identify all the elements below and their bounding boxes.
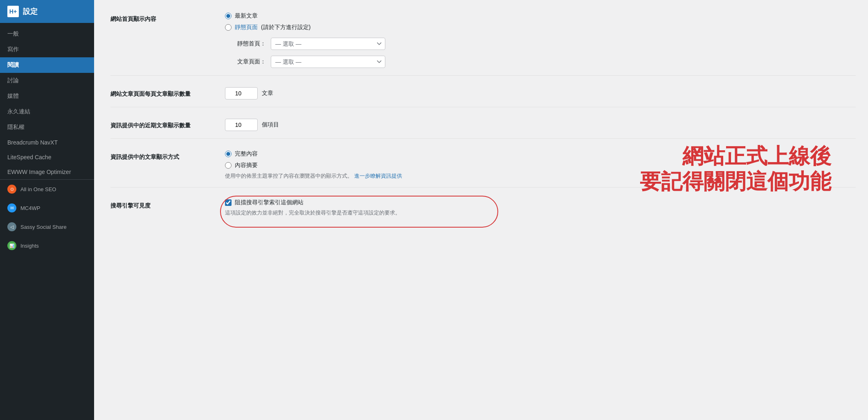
sidebar-item-privacy[interactable]: 隱私權 (0, 120, 94, 135)
static-page-selects: 靜態首頁： — 選取 — 文章頁面： — 選取 — (225, 38, 856, 68)
plugin-section: ⊙ All in One SEO ✉ MC4WP ◁ Sassy Social … (0, 179, 94, 255)
sidebar-nav: 一般 寫作 閱讀 討論 媒體 永久連結 隱私權 Breadcrumb NavXT… (0, 23, 94, 420)
sidebar-title: 設定 (23, 7, 38, 16)
search-visibility-row: 搜尋引擎可見度 阻擋搜尋引擎索引這個網站 這項設定的效力並非絕對，完全取決於搜尋… (110, 199, 856, 224)
sidebar-item-label: 媒體 (7, 93, 19, 100)
search-visibility-label: 搜尋引擎可見度 (110, 199, 225, 210)
sidebar-item-ewww[interactable]: EWWW Image Optimizer (0, 165, 94, 179)
homepage-display-label: 網站首頁顯示內容 (110, 12, 225, 23)
sidebar-item-label: 寫作 (7, 46, 19, 53)
static-page-note: (請於下方進行設定) (261, 24, 310, 31)
plugin-label: Sassy Social Share (20, 224, 67, 230)
static-page-link[interactable]: 靜態頁面 (235, 24, 258, 31)
sidebar-item-litespeed-cache[interactable]: LiteSpeed Cache (0, 150, 94, 165)
sassy-icon: ◁ (7, 222, 16, 231)
radio-full-content-input[interactable] (225, 151, 232, 157)
radio-summary-input[interactable] (225, 162, 232, 169)
sidebar-item-label: 永久連結 (7, 108, 30, 115)
homepage-display-row: 網站首頁顯示內容 最新文章 靜態頁面 (請於下方進行設定) 靜態首頁： (110, 12, 856, 76)
sidebar-item-media[interactable]: 媒體 (0, 88, 94, 104)
insights-icon: 📊 (7, 241, 16, 250)
homepage-display-control: 最新文章 靜態頁面 (請於下方進行設定) 靜態首頁： — 選取 — (225, 12, 856, 68)
feed-items-label: 資訊提供中的近期文章顯示數量 (110, 119, 225, 130)
feed-learn-more-link[interactable]: 進一步瞭解資訊提供 (354, 173, 402, 179)
feed-display-description: 使用中的佈景主題掌控了內容在瀏覽器中的顯示方式。 進一步瞭解資訊提供 (225, 172, 856, 180)
sidebar-item-label: 討論 (7, 77, 19, 84)
plugin-label: All in One SEO (20, 186, 56, 192)
homepage-radio-group: 最新文章 靜態頁面 (請於下方進行設定) (225, 12, 856, 31)
feed-items-unit: 個項目 (262, 121, 279, 129)
sidebar-item-label: 隱私權 (7, 124, 25, 131)
main-content: 網站正式上線後 要記得關閉這個功能 網站首頁顯示內容 最新文章 靜態頁面 (請於… (94, 0, 868, 420)
search-visibility-control: 阻擋搜尋引擎索引這個網站 這項設定的效力並非絕對，完全取決於搜尋引擎是否遵守這項… (225, 199, 856, 217)
sidebar-item-permalink[interactable]: 永久連結 (0, 104, 94, 120)
plugin-label: Insights (20, 243, 39, 249)
feed-items-input-row: 個項目 (225, 119, 856, 131)
aioseo-icon: ⊙ (7, 185, 16, 194)
static-homepage-row: 靜態首頁： — 選取 — (225, 38, 856, 50)
static-homepage-label: 靜態首頁： (225, 40, 266, 47)
posts-per-page-input[interactable] (225, 87, 258, 99)
search-visibility-warning: 這項設定的效力並非絕對，完全取決於搜尋引擎是否遵守這項設定的要求。 (225, 209, 856, 217)
mc4wp-icon: ✉ (7, 203, 16, 212)
sidebar-item-reading[interactable]: 閱讀 (0, 57, 94, 73)
sidebar-item-label: EWWW Image Optimizer (7, 169, 71, 175)
sidebar-item-label: Breadcrumb NavXT (7, 139, 58, 146)
sidebar-item-insights[interactable]: 📊 Insights (0, 236, 94, 255)
radio-static-page-input[interactable] (225, 24, 232, 31)
sidebar-item-label: 閱讀 (7, 61, 19, 69)
sidebar: H+ 設定 一般 寫作 閱讀 討論 媒體 永久連結 隱私權 Breadcrumb… (0, 0, 94, 420)
static-posts-label: 文章頁面： (225, 58, 266, 65)
search-visibility-checkbox[interactable] (225, 199, 232, 206)
sidebar-item-aioseo[interactable]: ⊙ All in One SEO (0, 180, 94, 199)
sidebar-item-writing[interactable]: 寫作 (0, 42, 94, 57)
feed-items-control: 個項目 (225, 119, 856, 131)
search-visibility-checkbox-label: 阻擋搜尋引擎索引這個網站 (235, 199, 304, 206)
posts-per-page-control: 文章 (225, 87, 856, 99)
radio-static-page[interactable]: 靜態頁面 (請於下方進行設定) (225, 24, 856, 31)
sidebar-item-label: 一般 (7, 30, 19, 38)
wordpress-icon: H+ (7, 6, 19, 17)
radio-summary-label: 內容摘要 (235, 162, 258, 169)
posts-per-page-unit: 文章 (262, 90, 273, 97)
radio-latest-posts-label: 最新文章 (235, 12, 258, 20)
posts-per-page-label: 網站文章頁面每頁文章顯示數量 (110, 87, 225, 98)
sidebar-item-discussion[interactable]: 討論 (0, 73, 94, 88)
static-posts-row: 文章頁面： — 選取 — (225, 56, 856, 68)
static-homepage-select[interactable]: — 選取 — (271, 38, 385, 50)
feed-items-input[interactable] (225, 119, 258, 131)
feed-display-control: 完整內容 內容摘要 使用中的佈景主題掌控了內容在瀏覽器中的顯示方式。 進一步瞭解… (225, 150, 856, 180)
sidebar-item-sassy[interactable]: ◁ Sassy Social Share (0, 217, 94, 236)
feed-display-label: 資訊提供中的文章顯示方式 (110, 150, 225, 161)
sidebar-item-mc4wp[interactable]: ✉ MC4WP (0, 199, 94, 217)
posts-per-page-row: 網站文章頁面每頁文章顯示數量 文章 (110, 87, 856, 107)
radio-full-content-label: 完整內容 (235, 150, 258, 158)
radio-summary[interactable]: 內容摘要 (225, 162, 856, 169)
radio-full-content[interactable]: 完整內容 (225, 150, 856, 158)
feed-display-radio-group: 完整內容 內容摘要 (225, 150, 856, 169)
sidebar-item-label: LiteSpeed Cache (7, 154, 51, 160)
feed-items-row: 資訊提供中的近期文章顯示數量 個項目 (110, 119, 856, 139)
static-posts-select[interactable]: — 選取 — (271, 56, 385, 68)
feed-display-desc-text: 使用中的佈景主題掌控了內容在瀏覽器中的顯示方式。 (225, 173, 353, 179)
radio-latest-posts-input[interactable] (225, 13, 232, 19)
sidebar-item-general[interactable]: 一般 (0, 26, 94, 42)
plugin-label: MC4WP (20, 205, 40, 211)
feed-display-row: 資訊提供中的文章顯示方式 完整內容 內容摘要 使用中的佈景主題掌控了內容在瀏覽器… (110, 150, 856, 187)
sidebar-item-breadcrumb-navxt[interactable]: Breadcrumb NavXT (0, 135, 94, 150)
radio-latest-posts[interactable]: 最新文章 (225, 12, 856, 20)
sidebar-header: H+ 設定 (0, 0, 94, 23)
posts-per-page-input-row: 文章 (225, 87, 856, 99)
search-visibility-checkbox-option[interactable]: 阻擋搜尋引擎索引這個網站 (225, 199, 856, 206)
